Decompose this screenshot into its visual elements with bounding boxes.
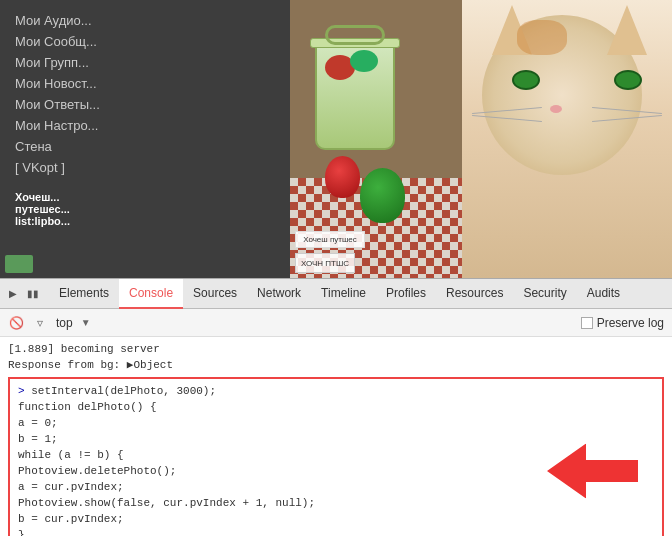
second-banner[interactable]: ХОЧН ПТШС (295, 253, 355, 273)
devtools-tabs-bar: ▶ ▮▮ Elements Console Sources Network Ti… (0, 279, 672, 309)
menu-item-groups[interactable]: Мои Групп... (15, 52, 275, 73)
tab-resources[interactable]: Resources (436, 279, 513, 309)
tab-network[interactable]: Network (247, 279, 311, 309)
code-line-2: function delPhoto() { (18, 399, 654, 415)
menu-item-vkopt[interactable]: [ VKopt ] (15, 157, 275, 178)
context-selector-label: top (56, 316, 73, 330)
console-line-1: [1.889] becoming server (8, 341, 664, 357)
device-icon[interactable]: ▮▮ (25, 286, 41, 302)
sidebar-menu: Мои Аудио... Мои Сообщ... Мои Групп... М… (0, 0, 290, 278)
console-code-block: > setInterval(delPhoto, 3000); function … (8, 377, 664, 536)
code-line-9: b = cur.pvIndex; (18, 511, 654, 527)
context-dropdown-arrow[interactable]: ▼ (81, 317, 91, 328)
code-line-prompt: > setInterval(delPhoto, 3000); (18, 383, 654, 399)
clear-console-icon[interactable]: 🚫 (8, 315, 24, 331)
green-button[interactable] (5, 255, 33, 273)
console-output-area: [1.889] becoming server Response from bg… (0, 337, 672, 536)
webpage-area: Мои Аудио... Мои Сообщ... Мои Групп... М… (0, 0, 672, 278)
banner-text: Хочеш путшес (302, 235, 358, 244)
inspect-icon[interactable]: ▶ (5, 286, 21, 302)
code-line-10: } (18, 527, 654, 536)
tab-sources[interactable]: Sources (183, 279, 247, 309)
menu-item-wall[interactable]: Стена (15, 136, 275, 157)
menu-item-settings[interactable]: Мои Настро... (15, 115, 275, 136)
preserve-log-label: Preserve log (597, 316, 664, 330)
tab-console[interactable]: Console (119, 279, 183, 309)
code-line-1: setInterval(delPhoto, 3000); (31, 385, 216, 397)
menu-item-audio[interactable]: Мои Аудио... (15, 10, 275, 31)
photo-area: Хочеш путшес ХОЧН ПТШС (290, 0, 672, 278)
green-egg (360, 168, 405, 223)
tab-security[interactable]: Security (513, 279, 576, 309)
bucket (310, 20, 400, 150)
tab-profiles[interactable]: Profiles (376, 279, 436, 309)
red-egg (325, 156, 360, 198)
menu-item-messages[interactable]: Мои Сообщ... (15, 31, 275, 52)
devtools-panel: ▶ ▮▮ Elements Console Sources Network Ti… (0, 278, 672, 536)
devtools-filter-bar: 🚫 ▿ top ▼ Preserve log (0, 309, 672, 337)
red-arrow (547, 444, 672, 499)
preserve-log-area: Preserve log (581, 316, 664, 330)
code-line-3: a = 0; (18, 415, 654, 431)
menu-item-travel: Хочеш...путешес...list:lipbo... (15, 188, 275, 230)
menu-item-answers[interactable]: Мои Ответы... (15, 94, 275, 115)
devtools-icon-group: ▶ ▮▮ (5, 286, 41, 302)
tab-elements[interactable]: Elements (49, 279, 119, 309)
preserve-log-checkbox[interactable] (581, 317, 593, 329)
tab-audits[interactable]: Audits (577, 279, 630, 309)
code-prompt: > (18, 385, 25, 397)
banner-overlay[interactable]: Хочеш путшес (295, 231, 365, 248)
menu-item-news[interactable]: Мои Новост... (15, 73, 275, 94)
console-line-2: Response from bg: ▶Object (8, 357, 664, 373)
filter-icon[interactable]: ▿ (32, 315, 48, 331)
tab-timeline[interactable]: Timeline (311, 279, 376, 309)
kitten (462, 0, 672, 278)
